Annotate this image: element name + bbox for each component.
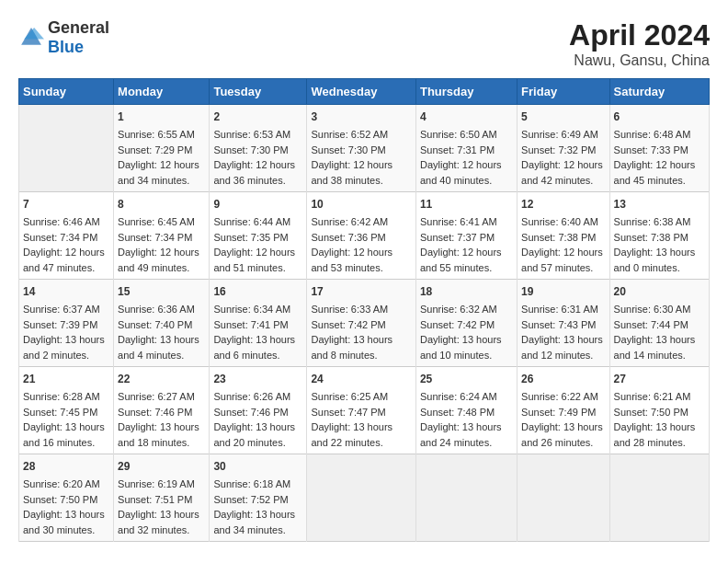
day-number: 8 [118, 196, 205, 213]
cell-content: Sunrise: 6:31 AM Sunset: 7:43 PM Dayligh… [521, 302, 605, 362]
header-friday: Friday [518, 79, 609, 105]
calendar-cell [609, 454, 709, 542]
cell-content: Sunrise: 6:36 AM Sunset: 7:40 PM Dayligh… [118, 302, 205, 362]
day-number: 13 [614, 196, 705, 213]
cell-content: Sunrise: 6:44 AM Sunset: 7:35 PM Dayligh… [213, 214, 302, 275]
day-number: 21 [23, 371, 109, 387]
cell-content: Sunrise: 6:21 AM Sunset: 7:50 PM Dayligh… [614, 389, 705, 450]
calendar-cell: 14Sunrise: 6:37 AM Sunset: 7:39 PM Dayli… [19, 280, 114, 367]
day-number: 22 [118, 371, 205, 387]
cell-content: Sunrise: 6:38 AM Sunset: 7:38 PM Dayligh… [614, 214, 705, 275]
cell-content: Sunrise: 6:33 AM Sunset: 7:42 PM Dayligh… [311, 302, 412, 362]
day-number: 18 [420, 283, 513, 300]
day-number: 4 [420, 109, 513, 125]
calendar-cell: 27Sunrise: 6:21 AM Sunset: 7:50 PM Dayli… [609, 367, 709, 454]
calendar-cell [307, 454, 416, 542]
logo: General Blue [18, 18, 109, 57]
calendar-cell: 4Sunrise: 6:50 AM Sunset: 7:31 PM Daylig… [415, 105, 517, 192]
cell-content: Sunrise: 6:20 AM Sunset: 7:50 PM Dayligh… [23, 477, 109, 537]
day-number: 14 [23, 283, 109, 300]
day-number: 20 [614, 283, 705, 300]
calendar-cell: 20Sunrise: 6:30 AM Sunset: 7:44 PM Dayli… [609, 280, 709, 367]
week-row-4: 21Sunrise: 6:28 AM Sunset: 7:45 PM Dayli… [19, 367, 710, 454]
calendar-table: SundayMondayTuesdayWednesdayThursdayFrid… [18, 78, 710, 542]
week-row-2: 7Sunrise: 6:46 AM Sunset: 7:34 PM Daylig… [19, 192, 710, 280]
week-row-5: 28Sunrise: 6:20 AM Sunset: 7:50 PM Dayli… [19, 454, 710, 542]
day-number: 29 [118, 458, 205, 475]
calendar-cell: 26Sunrise: 6:22 AM Sunset: 7:49 PM Dayli… [518, 367, 609, 454]
day-number: 2 [213, 109, 302, 125]
day-number: 3 [311, 109, 412, 125]
header-sunday: Sunday [19, 79, 114, 105]
calendar-cell: 6Sunrise: 6:48 AM Sunset: 7:33 PM Daylig… [609, 105, 709, 192]
cell-content: Sunrise: 6:24 AM Sunset: 7:48 PM Dayligh… [420, 389, 513, 450]
header-wednesday: Wednesday [307, 79, 416, 105]
day-number: 1 [118, 109, 205, 125]
day-number: 10 [311, 196, 412, 213]
week-row-3: 14Sunrise: 6:37 AM Sunset: 7:39 PM Dayli… [19, 280, 710, 367]
calendar-cell: 11Sunrise: 6:41 AM Sunset: 7:37 PM Dayli… [415, 192, 517, 280]
calendar-cell: 24Sunrise: 6:25 AM Sunset: 7:47 PM Dayli… [307, 367, 416, 454]
calendar-cell: 17Sunrise: 6:33 AM Sunset: 7:42 PM Dayli… [307, 280, 416, 367]
calendar-header-row: SundayMondayTuesdayWednesdayThursdayFrid… [19, 79, 710, 105]
calendar-cell: 23Sunrise: 6:26 AM Sunset: 7:46 PM Dayli… [210, 367, 307, 454]
calendar-cell: 18Sunrise: 6:32 AM Sunset: 7:42 PM Dayli… [415, 280, 517, 367]
cell-content: Sunrise: 6:41 AM Sunset: 7:37 PM Dayligh… [420, 214, 513, 275]
logo-text: General Blue [48, 18, 109, 57]
cell-content: Sunrise: 6:45 AM Sunset: 7:34 PM Dayligh… [118, 214, 205, 275]
calendar-cell: 21Sunrise: 6:28 AM Sunset: 7:45 PM Dayli… [19, 367, 114, 454]
calendar-cell: 15Sunrise: 6:36 AM Sunset: 7:40 PM Dayli… [114, 280, 210, 367]
page-title: April 2024 [569, 18, 710, 52]
calendar-cell: 2Sunrise: 6:53 AM Sunset: 7:30 PM Daylig… [210, 105, 307, 192]
calendar-cell: 8Sunrise: 6:45 AM Sunset: 7:34 PM Daylig… [114, 192, 210, 280]
calendar-cell: 10Sunrise: 6:42 AM Sunset: 7:36 PM Dayli… [307, 192, 416, 280]
calendar-cell: 5Sunrise: 6:49 AM Sunset: 7:32 PM Daylig… [518, 105, 609, 192]
header-thursday: Thursday [415, 79, 517, 105]
logo-general: General [48, 18, 109, 37]
cell-content: Sunrise: 6:55 AM Sunset: 7:29 PM Dayligh… [118, 127, 205, 188]
day-number: 26 [521, 371, 605, 387]
day-number: 30 [213, 458, 302, 475]
calendar-cell: 12Sunrise: 6:40 AM Sunset: 7:38 PM Dayli… [518, 192, 609, 280]
cell-content: Sunrise: 6:25 AM Sunset: 7:47 PM Dayligh… [311, 389, 412, 450]
calendar-cell: 7Sunrise: 6:46 AM Sunset: 7:34 PM Daylig… [19, 192, 114, 280]
cell-content: Sunrise: 6:37 AM Sunset: 7:39 PM Dayligh… [23, 302, 109, 362]
cell-content: Sunrise: 6:28 AM Sunset: 7:45 PM Dayligh… [23, 389, 109, 450]
cell-content: Sunrise: 6:48 AM Sunset: 7:33 PM Dayligh… [614, 127, 705, 188]
day-number: 7 [23, 196, 109, 213]
calendar-cell: 1Sunrise: 6:55 AM Sunset: 7:29 PM Daylig… [114, 105, 210, 192]
page-header: General Blue April 2024 Nawu, Gansu, Chi… [18, 18, 710, 69]
cell-content: Sunrise: 6:30 AM Sunset: 7:44 PM Dayligh… [614, 302, 705, 362]
logo-blue: Blue [48, 38, 84, 56]
day-number: 24 [311, 371, 412, 387]
page-subtitle: Nawu, Gansu, China [569, 52, 710, 69]
cell-content: Sunrise: 6:18 AM Sunset: 7:52 PM Dayligh… [213, 477, 302, 537]
cell-content: Sunrise: 6:32 AM Sunset: 7:42 PM Dayligh… [420, 302, 513, 362]
calendar-cell: 13Sunrise: 6:38 AM Sunset: 7:38 PM Dayli… [609, 192, 709, 280]
calendar-cell: 19Sunrise: 6:31 AM Sunset: 7:43 PM Dayli… [518, 280, 609, 367]
header-tuesday: Tuesday [210, 79, 307, 105]
cell-content: Sunrise: 6:27 AM Sunset: 7:46 PM Dayligh… [118, 389, 205, 450]
day-number: 17 [311, 283, 412, 300]
day-number: 25 [420, 371, 513, 387]
cell-content: Sunrise: 6:22 AM Sunset: 7:49 PM Dayligh… [521, 389, 605, 450]
day-number: 27 [614, 371, 705, 387]
cell-content: Sunrise: 6:34 AM Sunset: 7:41 PM Dayligh… [213, 302, 302, 362]
cell-content: Sunrise: 6:49 AM Sunset: 7:32 PM Dayligh… [521, 127, 605, 188]
day-number: 16 [213, 283, 302, 300]
week-row-1: 1Sunrise: 6:55 AM Sunset: 7:29 PM Daylig… [19, 105, 710, 192]
cell-content: Sunrise: 6:19 AM Sunset: 7:51 PM Dayligh… [118, 477, 205, 537]
logo-icon [18, 25, 44, 51]
day-number: 19 [521, 283, 605, 300]
day-number: 6 [614, 109, 705, 125]
title-block: April 2024 Nawu, Gansu, China [569, 18, 710, 69]
header-monday: Monday [114, 79, 210, 105]
calendar-cell [415, 454, 517, 542]
calendar-body: 1Sunrise: 6:55 AM Sunset: 7:29 PM Daylig… [19, 105, 710, 542]
calendar-cell: 3Sunrise: 6:52 AM Sunset: 7:30 PM Daylig… [307, 105, 416, 192]
calendar-cell: 22Sunrise: 6:27 AM Sunset: 7:46 PM Dayli… [114, 367, 210, 454]
day-number: 9 [213, 196, 302, 213]
cell-content: Sunrise: 6:40 AM Sunset: 7:38 PM Dayligh… [521, 214, 605, 275]
calendar-cell: 29Sunrise: 6:19 AM Sunset: 7:51 PM Dayli… [114, 454, 210, 542]
calendar-cell: 28Sunrise: 6:20 AM Sunset: 7:50 PM Dayli… [19, 454, 114, 542]
